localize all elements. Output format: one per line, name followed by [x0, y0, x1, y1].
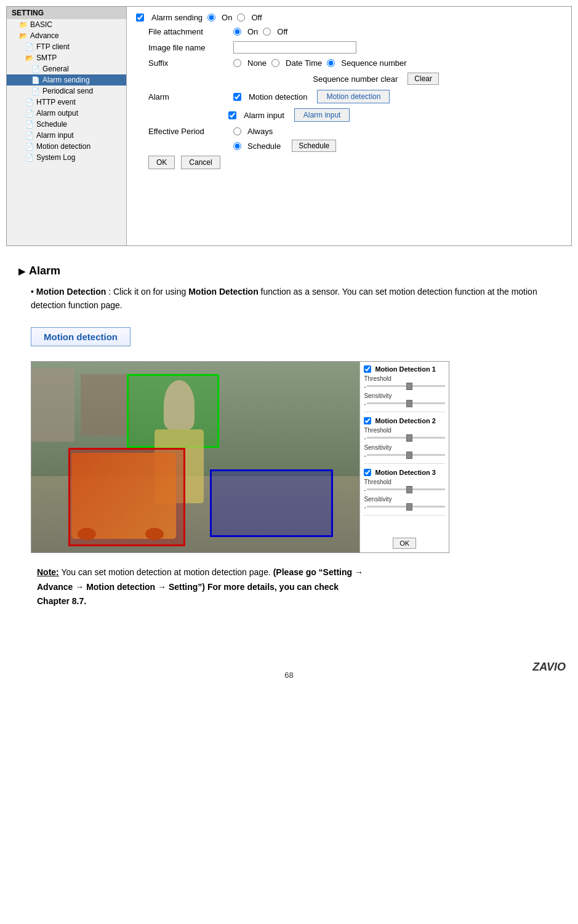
bullet-motion-detection: • Motion Detection : Click it on for usi… [31, 285, 560, 313]
motion2-threshold-label: Threshold [364, 427, 445, 434]
alarm-section: Alarm Motion detection Motion detection … [136, 90, 562, 122]
sidebar-item-motion-detection[interactable]: 📄 Motion detection [7, 141, 126, 152]
folder-open-icon2: 📂 [25, 54, 34, 62]
motion-detection-display-button[interactable]: Motion detection [31, 327, 130, 346]
schedule-button[interactable]: Schedule [292, 140, 336, 152]
motion2-sensitivity-slider-row: - [364, 453, 445, 460]
suffix-seq-radio[interactable] [327, 59, 335, 67]
sidebar-item-periodical[interactable]: 📄 Periodical send [7, 86, 126, 97]
motion3-sensitivity-slider[interactable] [367, 506, 445, 508]
alarm-sending-on-radio[interactable] [207, 14, 215, 22]
note-bold2: Advance → Motion detection → Setting”) F… [37, 582, 339, 592]
alarm-sending-row: Alarm sending On Off [136, 13, 562, 22]
sidebar-item-ftp[interactable]: 📄 FTP client [7, 41, 126, 52]
detection-box-blue [210, 469, 333, 537]
motion3-threshold-slider-row: - [364, 487, 445, 494]
sidebar-item-alarm-sending[interactable]: 📄 Alarm sending [7, 74, 126, 86]
suffix-row: Suffix None Date Time Sequence number [136, 58, 562, 68]
motion-section1: Motion Detection 1 Threshold - Sensitivi… [364, 365, 445, 412]
minus-icon4: - [364, 453, 366, 459]
motion-detection-checkbox[interactable] [233, 93, 241, 101]
note-paragraph1: Note: You can set motion detection at mo… [37, 565, 541, 580]
logo: ZAVIO [532, 661, 566, 674]
child-head [164, 380, 195, 429]
always-radio[interactable] [233, 127, 241, 135]
sidebar-item-system-log[interactable]: 📄 System Log [7, 152, 126, 163]
image-file-name-label: Image file name [148, 43, 228, 52]
sidebar-item-general[interactable]: 📄 General [7, 63, 126, 74]
motion-section3-title: Motion Detection 3 [364, 469, 445, 476]
sidebar-item-advance[interactable]: 📂 Advance [7, 30, 126, 41]
motion1-threshold-slider[interactable] [367, 385, 445, 387]
folder-icon: 📁 [19, 21, 28, 29]
image-file-name-input[interactable] [233, 41, 356, 54]
motion-detection-screenshot: Motion Detection 1 Threshold - Sensitivi… [31, 361, 449, 553]
main-content: Alarm • Motion Detection : Click it on f… [0, 252, 578, 634]
motion-settings-panel: Motion Detection 1 Threshold - Sensitivi… [359, 362, 449, 552]
page-icon4: 📄 [31, 87, 40, 95]
page-icon7: 📄 [25, 121, 34, 129]
sidebar-item-alarm-input[interactable]: 📄 Alarm input [7, 130, 126, 141]
page-icon9: 📄 [25, 143, 34, 151]
motion-detection-btn-display: Motion detection [18, 319, 560, 355]
page-icon: 📄 [25, 43, 34, 51]
note-paragraph3: Chapter 8.7. [37, 594, 541, 609]
alarm-input-checkbox[interactable] [228, 111, 236, 119]
sidebar-title: SETTING [7, 7, 126, 19]
file-attach-on-radio[interactable] [233, 28, 241, 36]
note-bold1: (Please go “Setting → [273, 567, 363, 577]
note-section: Note: You can set motion detection at mo… [37, 565, 541, 609]
cancel-button[interactable]: Cancel [181, 156, 220, 169]
sidebar-item-smtp[interactable]: 📂 SMTP [7, 52, 126, 63]
ok-button[interactable]: OK [148, 156, 175, 169]
effective-period-section: Effective Period Always Schedule Schedul… [136, 127, 562, 152]
motion2-sensitivity-label: Sensitivity [364, 444, 445, 451]
motion1-threshold-label: Threshold [364, 375, 445, 382]
schedule-radio[interactable] [233, 142, 241, 150]
sidebar-item-schedule[interactable]: 📄 Schedule [7, 119, 126, 130]
sidebar-item-basic[interactable]: 📁 BASIC [7, 19, 126, 30]
motion1-checkbox[interactable] [364, 365, 371, 373]
building1 [31, 368, 74, 442]
note-paragraph2: Advance → Motion detection → Setting”) F… [37, 580, 541, 595]
motion1-sensitivity-slider-row: - [364, 401, 445, 408]
minus-icon1: - [364, 384, 366, 390]
building2 [81, 374, 130, 436]
motion-detection-button[interactable]: Motion detection [317, 90, 390, 103]
page-icon5: 📄 [25, 98, 34, 106]
eff-row1: Effective Period Always [148, 127, 562, 136]
motion2-threshold-slider[interactable] [367, 437, 445, 439]
motion3-checkbox[interactable] [364, 469, 371, 476]
sidebar-item-alarm-output[interactable]: 📄 Alarm output [7, 108, 126, 119]
page-icon2: 📄 [31, 65, 40, 73]
minus-icon3: - [364, 436, 366, 442]
file-attach-off-radio[interactable] [263, 28, 271, 36]
alarm-sending-checkbox[interactable] [136, 14, 144, 22]
suffix-datetime-label: Date Time [286, 58, 322, 68]
sidebar: SETTING 📁 BASIC 📂 Advance 📄 FTP client 📂… [7, 7, 127, 245]
bullet1-text2: function as a sensor. You can set motion… [31, 287, 537, 310]
footer: 68 ZAVIO [0, 671, 578, 680]
suffix-datetime-radio[interactable] [271, 59, 279, 67]
file-on-label: On [247, 27, 258, 36]
note-text: You can set motion detection at motion d… [61, 567, 273, 577]
schedule-label: Schedule [247, 141, 281, 151]
folder-open-icon: 📂 [19, 32, 28, 40]
motion3-threshold-slider[interactable] [367, 488, 445, 490]
motion2-sensitivity-slider[interactable] [367, 454, 445, 456]
suffix-none-radio[interactable] [233, 59, 241, 67]
motion-panel-ok-button[interactable]: OK [393, 538, 416, 549]
page-number: 68 [0, 671, 578, 680]
motion1-sensitivity-slider[interactable] [367, 402, 445, 404]
alarm-sending-off-radio[interactable] [237, 14, 245, 22]
page-icon6: 📄 [25, 110, 34, 117]
note-label: Note: [37, 567, 59, 577]
alarm-input-button[interactable]: Alarm input [294, 108, 350, 122]
page-icon3: 📄 [31, 76, 40, 84]
sidebar-item-http[interactable]: 📄 HTTP event [7, 97, 126, 108]
alarm-section-heading: Alarm [18, 265, 560, 277]
clear-button[interactable]: Clear [407, 73, 439, 85]
image-file-name-row: Image file name [136, 41, 562, 54]
file-attachment-label: File attachment [148, 27, 228, 36]
motion2-checkbox[interactable] [364, 417, 371, 424]
